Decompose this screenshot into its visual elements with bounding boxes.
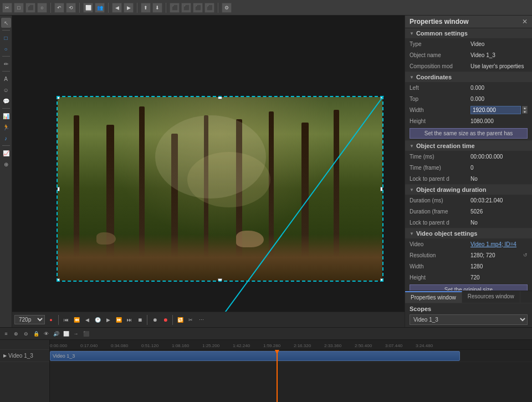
toolbar-prev-frame[interactable]: ◀ [112, 3, 122, 13]
value-type: Video [470, 41, 528, 47]
toolbar-fill[interactable]: ⬛ [25, 3, 35, 13]
icon-cut[interactable]: ✂ [186, 316, 195, 324]
resolution-selector[interactable]: 720p 1080p 480p [14, 315, 45, 324]
section-header-creation[interactable]: ▼ Object creation time [405, 141, 532, 151]
icon-step-back[interactable]: ⏪ [72, 316, 81, 324]
tl-icon-9[interactable]: ⬛ [82, 330, 90, 338]
tool-animation[interactable]: 🏃 [1, 122, 11, 132]
tool-audio[interactable]: ♪ [1, 133, 11, 143]
section-header-common[interactable]: ▼ Common settings [405, 28, 532, 38]
icon-mark-in[interactable]: ⏺ [150, 316, 159, 324]
canvas-view[interactable] [12, 16, 405, 327]
toolbar-undo[interactable]: ↶ [54, 3, 64, 13]
tl-icon-5[interactable]: 👁 [42, 330, 50, 338]
toolbar-cut[interactable]: ✂ [2, 3, 12, 13]
width-spinner[interactable]: ▲ ▼ [522, 106, 528, 114]
timeline-ruler-spacer [0, 340, 49, 350]
toolbar-grid3[interactable]: ⬛ [193, 3, 203, 13]
handle-ml[interactable] [57, 187, 60, 191]
tool-chart[interactable]: 📊 [1, 111, 11, 121]
prop-vid-height: Height 720 [405, 272, 532, 283]
timeline-body: ▶ Video 1_3 0:00.000 0:17.040 0:34.080 0… [0, 340, 532, 402]
props-close-icon[interactable]: ✕ [522, 18, 528, 26]
section-label-duration: Object drawing duration [416, 186, 487, 193]
toolbar-settings[interactable]: ⚙ [222, 3, 232, 13]
toolbar-circle[interactable]: ○ [37, 3, 47, 13]
section-header-duration[interactable]: ▼ Object drawing duration [405, 185, 532, 195]
tool-face[interactable]: ☺ [1, 85, 11, 95]
icon-fwd-end[interactable]: ⏭ [125, 316, 134, 324]
tl-icon-1[interactable]: ≡ [2, 330, 10, 338]
handle-tr[interactable] [380, 96, 383, 99]
track-clip-video[interactable]: Video 1_3 [50, 351, 460, 361]
tab-properties-window[interactable]: Properties window [405, 291, 462, 303]
tool-bubble[interactable]: 💬 [1, 96, 11, 106]
handle-tm[interactable] [218, 96, 222, 99]
value-resolution: 1280; 720 [470, 252, 523, 258]
icon-loop[interactable]: 🔁 [176, 316, 185, 324]
handle-mr[interactable] [380, 187, 383, 191]
icon-record[interactable]: ● [47, 316, 55, 324]
icon-stop[interactable]: ⏹ [135, 316, 144, 324]
props-scrollable[interactable]: ▼ Common settings Type Video Object name… [405, 28, 532, 291]
tl-icon-3[interactable]: ⊖ [22, 330, 30, 338]
icon-play-fwd[interactable]: ▶ [104, 316, 112, 324]
scopes-select[interactable]: Video 1_3 [410, 314, 528, 325]
tool-add[interactable]: ⊕ [1, 159, 11, 169]
toolbar-move-up[interactable]: ⬆ [141, 3, 151, 13]
toolbar-grid1[interactable]: ⬛ [170, 3, 180, 13]
icon-record-2[interactable]: ⏺ [161, 316, 170, 324]
handle-tl[interactable] [57, 96, 60, 99]
handle-bl[interactable] [57, 278, 60, 282]
toolbar-redo[interactable]: ⟲ [66, 3, 76, 13]
toolbar-grid4[interactable]: ⬛ [204, 3, 214, 13]
tool-select[interactable]: ↖ [1, 18, 11, 28]
toolbar-object1[interactable]: ⬜ [83, 3, 93, 13]
tool-pen[interactable]: ✏ [1, 59, 11, 69]
tl-label-video: ▶ Video 1_3 [0, 350, 49, 362]
value-video-file[interactable]: Video 1.mp4; ID=4 [470, 241, 528, 247]
tab-resources-window[interactable]: Resources window [462, 291, 520, 303]
section-header-video[interactable]: ▼ Video object settings [405, 228, 532, 238]
prop-left: Left 0.000 [405, 82, 532, 93]
tool-graph[interactable]: 📈 [1, 148, 11, 158]
top-toolbar: ✂ □ ⬛ ○ ↶ ⟲ ⬜ 👥 ◀ ▶ ⬆ ⬇ ⬛ ⬛ ⬛ ⬛ ⚙ [0, 0, 532, 16]
tool-ellipse[interactable]: ○ [1, 44, 11, 54]
value-width[interactable]: 1920.000 [470, 106, 521, 114]
tl-icon-6[interactable]: 🔊 [52, 330, 60, 338]
width-up[interactable]: ▲ [522, 106, 528, 110]
icon-play-back[interactable]: ◀ [83, 316, 91, 324]
tl-icon-4[interactable]: 🔒 [32, 330, 40, 338]
handle-br[interactable] [380, 278, 383, 282]
playhead[interactable] [277, 350, 278, 402]
section-header-coordinates[interactable]: ▼ Coordinates [405, 72, 532, 82]
handle-bm[interactable] [218, 278, 222, 282]
label-time-frame: Time (frame) [410, 165, 470, 171]
icon-clock[interactable]: 🕐 [93, 316, 102, 324]
tl-icon-8[interactable]: → [72, 330, 80, 338]
toolbar-next-frame[interactable]: ▶ [124, 3, 134, 13]
width-down[interactable]: ▼ [522, 110, 528, 114]
icon-step-fwd[interactable]: ⏩ [114, 316, 123, 324]
timeline-tracks[interactable]: Video 1_3 [50, 350, 532, 402]
toolbar-rect[interactable]: □ [14, 3, 24, 13]
prop-lock-parent-creation: Lock to parent d No [405, 173, 532, 184]
tl-icon-2[interactable]: ⊕ [12, 330, 20, 338]
label-composition-mode: Composition mod [410, 63, 470, 69]
ruler-mark-5: 1:25.200 [202, 343, 219, 348]
toolbar-group[interactable]: 👥 [95, 3, 105, 13]
tool-text[interactable]: A [1, 74, 11, 84]
toolbar-move-down[interactable]: ⬇ [152, 3, 162, 13]
icon-rewind-start[interactable]: ⏮ [62, 316, 70, 324]
tl-icon-7[interactable]: ⬜ [62, 330, 70, 338]
btn-original-size[interactable]: Set the original size [410, 284, 528, 291]
resolution-reset-icon[interactable]: ↺ [523, 252, 528, 258]
toolbar-grid2[interactable]: ⬛ [181, 3, 191, 13]
btn-same-size[interactable]: Set the same size as the parent has [410, 128, 528, 139]
prop-lock-parent-duration: Lock to parent d No [405, 217, 532, 228]
video-frame[interactable] [57, 96, 383, 282]
playback-controls: 720p 1080p 480p ● ⏮ ⏪ ◀ 🕐 ▶ ⏩ ⏭ ⏹ ⏺ ⏺ 🔁 … [12, 312, 405, 327]
icon-more[interactable]: ⋯ [197, 316, 206, 324]
tool-rect[interactable]: □ [1, 33, 11, 43]
video-expand-icon[interactable]: ▶ [3, 353, 7, 358]
